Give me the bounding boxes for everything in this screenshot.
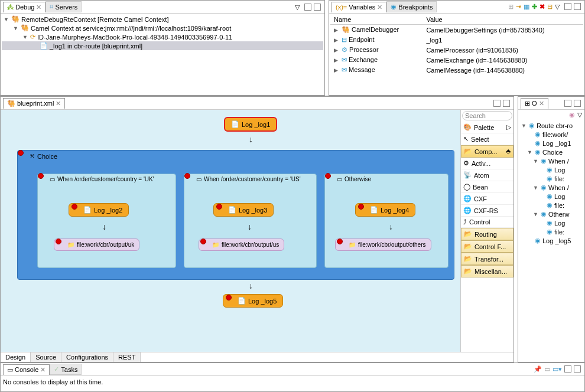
outline-tree-row[interactable]: ◉file: [519, 174, 583, 183]
node-log2[interactable]: 📄 Log _log2 [69, 203, 129, 217]
node-file-uk[interactable]: 📁 file:work/cbr/output/uk [54, 239, 139, 251]
outline-tree[interactable]: ▼◉Route cbr-ro◉file:work/◉Log _log1▼◉Cho… [518, 120, 584, 362]
node-file-others[interactable]: 📁 file:work/cbr/output/others [335, 239, 431, 251]
palette-item[interactable]: 🌐CXF-RS [461, 205, 514, 217]
open-console-icon[interactable]: ▭▾ [552, 365, 562, 373]
toolbar-icon[interactable]: ⊟ [547, 3, 552, 11]
close-icon[interactable]: ✕ [36, 4, 41, 11]
outline-tree-row[interactable]: ◉file: [519, 227, 583, 236]
minimize-icon[interactable] [304, 4, 311, 11]
console-tab[interactable]: ▭ Console ✕ [3, 364, 50, 375]
editor-tab[interactable]: 🐫 blueprint.xml ✕ [3, 98, 65, 109]
variable-row[interactable]: ▶ ✉ ExchangeCamelExchange (id=-144563888… [330, 55, 583, 65]
outline-tree-row[interactable]: ◉Log [519, 218, 583, 227]
col-name[interactable]: Name [330, 15, 422, 25]
maximize-icon[interactable] [574, 100, 581, 107]
remove-icon[interactable]: ✖ [540, 3, 545, 11]
palette-search-input[interactable] [462, 111, 512, 120]
outline-tree-row[interactable]: ◉Log _log1 [519, 139, 583, 148]
add-icon[interactable]: ✚ [532, 3, 537, 11]
close-icon[interactable]: ✕ [56, 100, 61, 107]
breakpoint-dot[interactable] [200, 239, 206, 244]
palette-header[interactable]: 🎨 Palette ▷ [461, 122, 514, 133]
display-icon[interactable]: ▭ [544, 365, 550, 373]
palette-drawer[interactable]: 📂Miscellan... [461, 265, 514, 277]
outline-tree-row[interactable]: ▼◉Otherw [519, 210, 583, 218]
servers-tab[interactable]: ⌗ Servers [46, 1, 82, 12]
close-icon[interactable]: ✕ [377, 4, 382, 11]
variable-row[interactable]: ▶ ⚙ ProcessorCamelProcessor (id=91061836… [330, 45, 583, 55]
menu-icon[interactable]: ▽ [295, 4, 302, 11]
debug-tree-row[interactable]: ▼🐫RemoteDebugRteContext [Remote Camel Co… [2, 15, 323, 24]
breakpoint-dot[interactable] [226, 295, 232, 300]
breakpoint-dot[interactable] [56, 239, 61, 244]
menu-icon[interactable]: ▽ [577, 111, 582, 119]
maximize-icon[interactable] [314, 4, 321, 11]
node-log5[interactable]: 📄 Log _log5 [223, 294, 283, 308]
palette-drawer[interactable]: 📂Transfor... [461, 253, 514, 265]
minimize-icon[interactable] [564, 3, 571, 10]
breakpoint-dot[interactable] [358, 204, 364, 210]
debug-tab[interactable]: ⁂ Debug ✕ [3, 2, 46, 12]
minimize-icon[interactable] [564, 365, 571, 373]
outline-tree-row[interactable]: ◉Log _log5 [519, 236, 583, 245]
editor-tab-source[interactable]: Source [31, 352, 61, 362]
editor-tab-design[interactable]: Design [1, 352, 31, 362]
node-when-us[interactable]: ▭ When /order/customer/country = 'US' [184, 174, 317, 268]
variables-table[interactable]: Name Value ▶ 🐫 CamelDebuggerCamelDebugge… [330, 15, 583, 75]
maximize-icon[interactable] [574, 365, 581, 373]
outline-tree-row[interactable]: ▼◉Choice [519, 148, 583, 156]
breakpoint-dot[interactable] [325, 173, 331, 179]
debug-tree-row[interactable]: ▼⟳ID-Jane-Murpheys-MacBook-Pro-local-493… [2, 32, 323, 41]
breakpoint-dot[interactable] [216, 204, 222, 210]
breakpoint-dot[interactable] [184, 173, 190, 179]
palette-drawer-components[interactable]: 📂 Comp... ⬘ [461, 145, 514, 158]
node-log3[interactable]: 📄 Log _log3 [213, 203, 274, 217]
node-log4[interactable]: 📄 Log _log4 [355, 203, 415, 217]
debug-tree[interactable]: ▼🐫RemoteDebugRteContext [Remote Camel Co… [1, 14, 324, 95]
palette-item[interactable]: 📡Atom [461, 169, 514, 181]
breakpoint-dot[interactable] [38, 173, 44, 179]
outline-tree-row[interactable]: ◉Log [519, 165, 583, 174]
variable-row[interactable]: ▶ ⊟ Endpoint_log1 [330, 35, 583, 45]
variable-row[interactable]: ▶ ✉ MessageCamelMessage (id=-1445638880) [330, 65, 583, 75]
outline-tree-row[interactable]: ▼◉Route cbr-ro [519, 121, 583, 130]
toolbar-icon[interactable]: ◉ [569, 111, 575, 119]
palette-item[interactable]: ◯Bean [461, 181, 514, 193]
outline-tree-row[interactable]: ◉file:work/ [519, 130, 583, 139]
editor-tab-configurations[interactable]: Configurations [61, 352, 113, 362]
col-value[interactable]: Value [422, 15, 583, 25]
debug-tree-row[interactable]: 📄_log1 in cbr-route [blueprint.xml] [2, 41, 323, 50]
breakpoints-tab[interactable]: ◉ Breakpoints [386, 1, 437, 12]
editor-tab-rest[interactable]: REST [113, 352, 141, 362]
breakpoint-dot[interactable] [72, 204, 77, 210]
tasks-tab[interactable]: ✓ Tasks [50, 364, 82, 375]
minimize-icon[interactable] [493, 100, 500, 107]
breakpoint-dot[interactable] [18, 150, 24, 156]
outline-tree-row[interactable]: ▼◉When / [519, 183, 583, 192]
breakpoint-dot[interactable] [337, 239, 343, 244]
maximize-icon[interactable] [574, 3, 581, 10]
outline-tree-row[interactable]: ◉file: [519, 201, 583, 210]
outline-tree-row[interactable]: ▼◉When / [519, 156, 583, 165]
debug-tree-row[interactable]: ▼🐫Camel Context at service:jmx:rmi:///jn… [2, 24, 323, 32]
palette-item[interactable]: 🌐CXF [461, 193, 514, 205]
minimize-icon[interactable] [564, 100, 571, 107]
palette-item[interactable]: ⤴Control [461, 217, 514, 228]
node-otherwise[interactable]: ▭ Otherwise [324, 174, 448, 268]
close-icon[interactable]: ✕ [539, 100, 544, 107]
variable-row[interactable]: ▶ 🐫 CamelDebuggerCamelDebuggerSettings (… [330, 25, 583, 35]
menu-icon[interactable]: ▽ [555, 3, 562, 10]
palette-select[interactable]: ↖ Select [461, 133, 514, 145]
maximize-icon[interactable] [503, 100, 510, 107]
palette-item[interactable]: ⚙Activ... [461, 158, 514, 169]
node-log1[interactable]: 📄 Log _log1 [224, 117, 277, 132]
node-when-uk[interactable]: ▭ When /order/customer/country = 'UK' [37, 174, 176, 268]
palette-drawer[interactable]: 📂Control F... [461, 240, 514, 253]
outline-tree-row[interactable]: ◉Log [519, 192, 583, 201]
route-diagram[interactable]: 📄 Log _log1 ↓ ⤲ Choice [1, 110, 460, 352]
toolbar-icon[interactable]: ⇥ [516, 3, 521, 11]
variables-tab[interactable]: (x)= Variables ✕ [332, 2, 386, 12]
outline-tab[interactable]: ⊞ O ✕ [521, 98, 548, 109]
node-file-us[interactable]: 📁 file:work/cbr/output/us [199, 239, 284, 251]
